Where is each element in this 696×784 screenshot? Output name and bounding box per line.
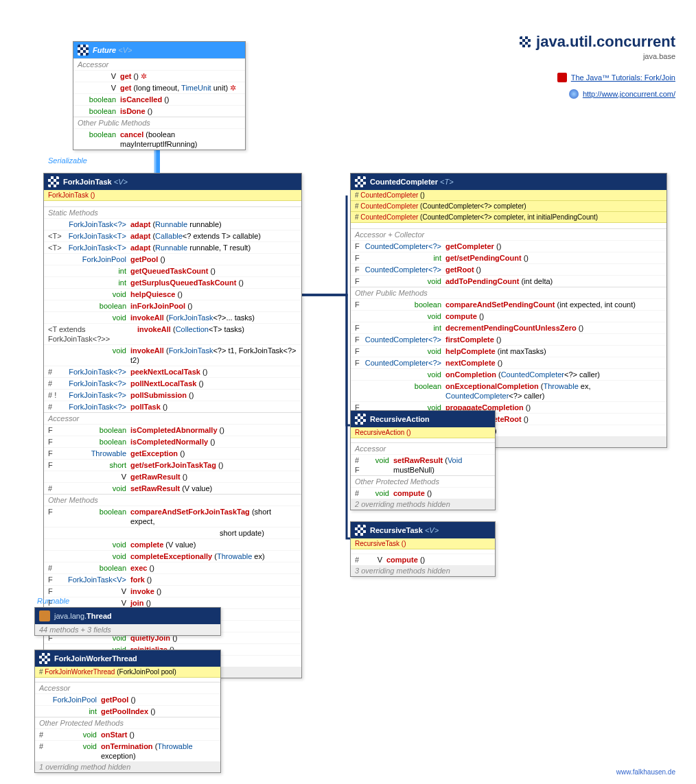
method-row: # FvoidsetRawResult (Void mustBeNull) [351,454,495,475]
method-row: FvoidhelpComplete (int maxTasks) [351,345,666,357]
fjwt-header: ForkJoinWorkerThread [35,650,220,667]
method-row: #ForkJoinTask<?>pollTask () [44,401,301,412]
checker-icon [78,45,89,56]
method-row: FCountedCompleter<?>nextComplete () [351,357,666,368]
fjwt-other-rows: #voidonStart ()#voidonTermination (Throw… [35,728,220,761]
checker-icon [355,414,366,425]
method-row: FForkJoinTask<V>fork () [44,573,301,585]
method-row: intgetPoolIndex () [35,705,220,717]
future-header: Future <V> [73,42,245,58]
ra-other-rows: #voidcompute () [351,487,495,499]
method-row: FCountedCompleter<?>getRoot () [351,263,666,275]
fjt-static-rows: ForkJoinTask<?>adapt (Runnable runnable)… [44,218,301,412]
method-row: intgetQueuedTaskCount () [44,265,301,276]
method-row: FbooleanisCompletedAbnormally () [44,424,301,436]
ra-header: RecursiveAction [351,411,495,427]
method-row: intgetSurplusQueuedTaskCount () [44,276,301,288]
method-row: booleanonExceptionalCompletion (Throwabl… [351,380,666,401]
constructor-row: # CountedCompleter (CountedCompleter<?> … [351,201,666,212]
method-row: FThrowablegetException () [44,447,301,459]
package-title: java.util.concurrent [520,33,675,51]
rt-ctor: RecursiveTask () [351,538,495,549]
method-row: FCountedCompleter<?>getCompleter () [351,240,666,252]
thread-header: java.lang.Thread [35,608,220,624]
method-row: FbooleancompareAndSetPendingCount (int e… [351,298,666,310]
future-other-rows: booleancancel (boolean mayInterruptIfRun… [73,128,245,150]
fjt-acc-rows: FbooleanisCompletedAbnormally ()Fboolean… [44,424,301,494]
method-row: short update) [44,527,301,538]
method-row: voidinvokeAll (ForkJoinTask<?>... tasks) [44,311,301,323]
method-row: voidhelpQuiesce () [44,288,301,300]
method-row: Fintget/setPendingCount () [351,252,666,263]
fjwt-acc-rows: ForkJoinPoolgetPool ()intgetPoolIndex () [35,693,220,717]
method-row: FvoidaddToPendingCount (int delta) [351,275,666,287]
method-row: FintdecrementPendingCountUnlessZero () [351,322,666,333]
method-row: booleancancel (boolean mayInterruptIfRun… [73,128,245,150]
cc-header: CountedCompleter <T> [351,174,666,190]
method-row: #ForkJoinTask<?>peekNextLocalTask () [44,366,301,377]
method-row: #booleanexec () [44,562,301,573]
method-row: FbooleancompareAndSetForkJoinTaskTag (sh… [44,506,301,527]
method-row: VgetRawResult () [44,471,301,482]
rt-rows: #Vcompute () [351,554,495,565]
fjwt-ctor: # ForkJoinWorkerThread (ForkJoinPool poo… [35,667,220,678]
method-row: <T extends ForkJoinTask<?>>invokeAll (Co… [44,323,301,344]
checker-icon [39,653,50,664]
method-row: Vget (long timeout, TimeUnit unit) ✲ [73,82,245,93]
method-row: voidcompute () [351,310,666,322]
method-row: <T>ForkJoinTask<T>adapt (Runnable runnab… [44,241,301,253]
oracle-icon [557,73,567,82]
method-row: Vget () ✲ [73,70,245,82]
method-row: ForkJoinPoolgetPool () [44,253,301,265]
method-row: voidcompleteExceptionally (Throwable ex) [44,550,301,562]
ra-acc-rows: # FvoidsetRawResult (Void mustBeNull) [351,454,495,475]
method-row: #voidonStart () [35,728,220,740]
cup-icon [39,610,50,621]
method-row: booleaninForkJoinPool () [44,300,301,311]
cc-acc-rows: FCountedCompleter<?>getCompleter ()Fintg… [351,240,666,287]
cc-ctors: # CountedCompleter ()# CountedCompleter … [351,190,666,223]
countedcompleter-class-box: CountedCompleter <T> # CountedCompleter … [350,173,667,448]
footer-credit: www.falkhausen.de [616,768,675,776]
method-row: #voidsetRawResult (V value) [44,482,301,494]
method-row: voidonCompletion (CountedCompleter<?> ca… [351,368,666,380]
runnable-label: Runnable [37,597,69,605]
recursiveaction-class-box: RecursiveAction RecursiveAction () Acces… [350,410,496,510]
method-row: ForkJoinPoolgetPool () [35,693,220,705]
fjt-header: ForkJoinTask <V> [44,174,301,190]
fjwt-class-box: ForkJoinWorkerThread # ForkJoinWorkerThr… [34,650,221,773]
method-row: #ForkJoinTask<?>pollNextLocalTask () [44,377,301,389]
constructor-row: # CountedCompleter () [351,190,666,201]
fjt-ctor: ForkJoinTask () [44,190,301,201]
method-row: Fshortget/setForkJoinTaskTag () [44,459,301,471]
tutorial-link[interactable]: The Java™ Tutorials: Fork/Join [557,73,675,82]
ra-ctor: RecursiveAction () [351,427,495,438]
method-row: FVinvoke () [44,585,301,597]
method-row: booleanisCancelled () [73,93,245,105]
method-row: <T>ForkJoinTask<T>adapt (Callable<? exte… [44,230,301,241]
method-row: ForkJoinTask<?>adapt (Runnable runnable) [44,218,301,230]
module-label: java.base [643,52,675,60]
method-row: voidinvokeAll (ForkJoinTask<?> t1, ForkJ… [44,344,301,366]
future-class-box: Future <V> Accessor Vget () ✲Vget (long … [73,41,246,150]
checker-icon [520,36,531,47]
method-row: voidcomplete (V value) [44,538,301,550]
thread-class-box: java.lang.Thread 44 methods + 3 fields [34,607,221,636]
checker-icon [355,525,366,536]
forkjointask-class-box: ForkJoinTask <V> ForkJoinTask () Static … [43,173,302,678]
checker-icon [355,176,366,187]
serializable-label: Serializable [48,156,87,165]
rt-header: RecursiveTask <V> [351,522,495,538]
globe-icon [569,89,579,99]
checker-icon [48,176,59,187]
method-row: booleanisDone () [73,105,245,117]
constructor-row: # ForkJoinWorkerThread (ForkJoinPool poo… [35,667,220,678]
method-row: #voidonTermination (Throwable exception) [35,740,220,761]
future-accessor-rows: Vget () ✲Vget (long timeout, TimeUnit un… [73,70,245,117]
jconcurrent-link[interactable]: http://www.jconcurrent.com/ [569,89,675,99]
fjt-other-rows: FbooleancompareAndSetForkJoinTaskTag (sh… [44,506,301,667]
method-row: # !ForkJoinTask<?>pollSubmission () [44,389,301,401]
method-row: FbooleanisCompletedNormally () [44,436,301,447]
method-row: #voidcompute () [351,487,495,499]
method-row: #Vcompute () [351,554,495,565]
